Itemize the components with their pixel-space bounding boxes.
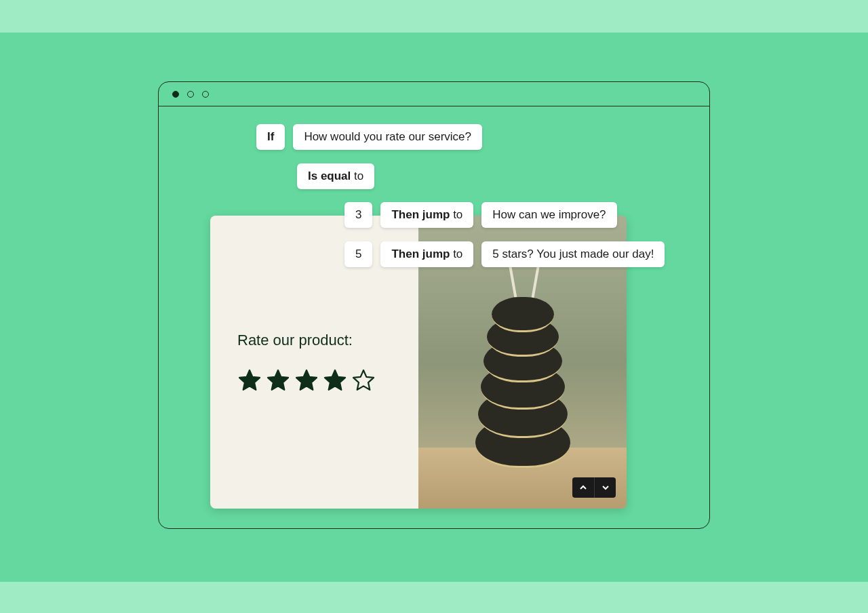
star-filled-icon[interactable] — [294, 368, 319, 393]
rule-value-pill[interactable]: 5 — [344, 241, 372, 267]
logic-row-operator: Is equal to — [297, 163, 374, 189]
chevron-up-icon — [579, 483, 587, 492]
star-rating[interactable] — [237, 368, 391, 393]
rating-prompt: Rate our product: — [237, 332, 391, 349]
star-filled-icon[interactable] — [237, 368, 262, 393]
star-filled-icon[interactable] — [266, 368, 290, 393]
logic-row-rule-1: 3 Then jump to How can we improve? — [344, 202, 617, 228]
rule-value-pill[interactable]: 3 — [344, 202, 372, 228]
if-pill[interactable]: If — [256, 124, 285, 150]
operator-pill[interactable]: Is equal to — [297, 163, 374, 189]
prev-button[interactable] — [572, 477, 594, 498]
rule-action-pill[interactable]: Then jump to — [380, 241, 473, 267]
rule-target-pill[interactable]: 5 stars? You just made our day! — [481, 241, 665, 267]
next-button[interactable] — [594, 477, 616, 498]
bowl-stack-illustration — [472, 292, 574, 468]
logic-row-rule-2: 5 Then jump to 5 stars? You just made ou… — [344, 241, 665, 267]
window-control-icon[interactable] — [172, 91, 179, 98]
window-titlebar — [159, 82, 709, 106]
chevron-down-icon — [601, 483, 610, 492]
window-control-icon[interactable] — [187, 91, 194, 98]
rule-target-pill[interactable]: How can we improve? — [481, 202, 616, 228]
rule-action-pill[interactable]: Then jump to — [380, 202, 473, 228]
question-pill[interactable]: How would you rate our service? — [293, 124, 482, 150]
star-filled-icon[interactable] — [323, 368, 347, 393]
bowl-icon — [492, 297, 554, 332]
form-nav — [572, 477, 616, 498]
logic-row-if: If How would you rate our service? — [256, 124, 482, 150]
window-control-icon[interactable] — [202, 91, 209, 98]
star-outline-icon[interactable] — [351, 368, 376, 393]
stage: Rate our product: — [0, 0, 868, 613]
